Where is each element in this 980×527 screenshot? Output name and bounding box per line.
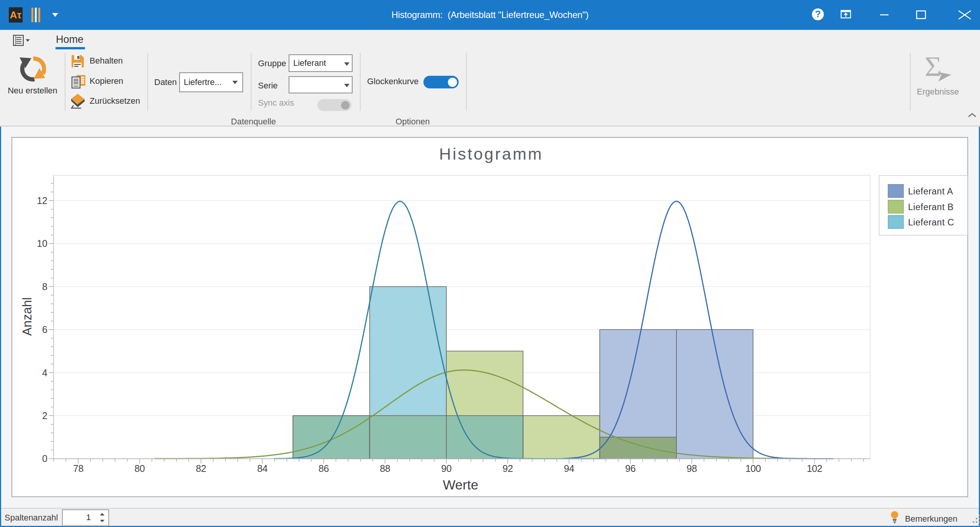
svg-text:?: ? [815,9,821,19]
